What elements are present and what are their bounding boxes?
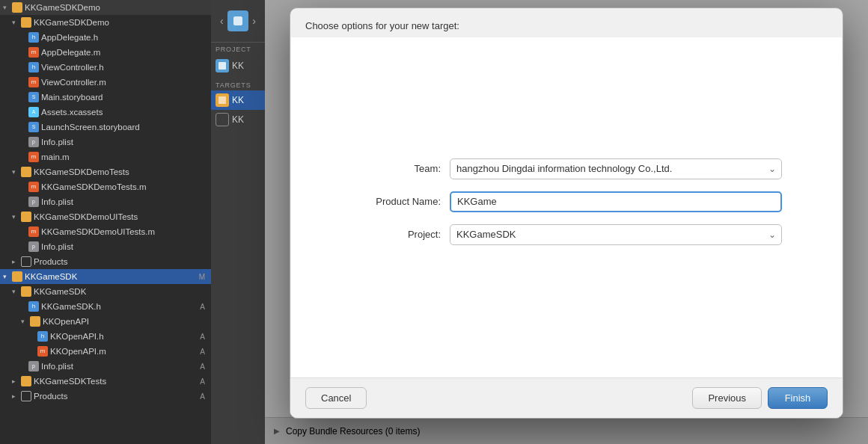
sidebar-item-info-plist4[interactable]: p Info.plist A (0, 359, 211, 374)
badge-m: M (199, 273, 208, 281)
badge-a: A (200, 333, 208, 341)
m-file-icon: m (28, 77, 39, 87)
plist-icon: p (28, 137, 39, 147)
m-file-icon: m (28, 47, 39, 58)
sidebar-label: Info.plist (41, 138, 73, 147)
svg-rect-0 (233, 16, 242, 25)
sidebar-item-appdelegate-h[interactable]: h AppDelegate.h (0, 30, 211, 45)
folder-icon (21, 167, 31, 177)
sidebar-label: KKGameSDKDemoUITests.m (41, 227, 155, 236)
folder-icon (21, 17, 31, 28)
sidebar-label: KKGameSDKDemoTests (34, 167, 129, 176)
sidebar-item-info-plist3[interactable]: p Info.plist (0, 239, 211, 254)
middle-project-item[interactable]: KK (211, 56, 265, 75)
sidebar-label: LaunchScreen.storyboard (41, 123, 140, 132)
plist-icon: p (28, 241, 39, 252)
badge-a: A (200, 392, 208, 401)
dialog-footer: Cancel Previous Finish (290, 377, 843, 418)
dialog-title: Choose options for your new target: (305, 20, 459, 31)
sidebar-item-kkgamesdk-root[interactable]: KKGameSDK M (0, 269, 211, 284)
sidebar-item-launchscreen[interactable]: S LaunchScreen.storyboard (0, 120, 211, 135)
triangle-icon (12, 213, 19, 221)
badge-a: A (200, 348, 208, 356)
sidebar-item-kkgamesdkdemouitests-m[interactable]: m KKGameSDKDemoUITests.m (0, 224, 211, 239)
sidebar-item-kkopenapi-m[interactable]: m KKOpenAPI.m A (0, 344, 211, 359)
finish-button[interactable]: Finish (768, 387, 828, 409)
m-file-icon: m (28, 182, 39, 192)
sidebar-item-main-storyboard[interactable]: S Main.storyboard (0, 90, 211, 105)
sidebar-item-kkgamesdkdemo-root[interactable]: KKGameSDKDemo (0, 0, 211, 15)
h-file-icon: h (28, 62, 39, 73)
cancel-button[interactable]: Cancel (305, 387, 367, 409)
sidebar-item-info-plist2[interactable]: p Info.plist (0, 194, 211, 209)
sidebar-item-viewcontroller-h[interactable]: h ViewController.h (0, 60, 211, 75)
sidebar-label: KKOpenAPI.h (50, 332, 200, 341)
triangle-icon (12, 288, 19, 295)
sidebar-item-assets[interactable]: A Assets.xcassets (0, 105, 211, 120)
sidebar-item-kkgamesdkdemotests[interactable]: KKGameSDKDemoTests (0, 164, 211, 179)
sidebar-item-kkgamesdk-h[interactable]: h KKGameSDK.h A (0, 299, 211, 314)
triangle-icon (12, 168, 19, 176)
sidebar-item-appdelegate-m[interactable]: m AppDelegate.m (0, 45, 211, 60)
team-label: Team: (351, 163, 441, 174)
project-select[interactable]: KKGameSDK (450, 224, 782, 245)
previous-button[interactable]: Previous (692, 387, 762, 409)
m-file-icon: m (28, 226, 39, 237)
badge-a: A (200, 363, 208, 371)
project-label: Project: (351, 229, 441, 240)
middle-nav-controls: ‹ › (211, 0, 265, 43)
team-select[interactable]: hangzhou Dingdai information technology … (450, 158, 782, 179)
sidebar-item-kkopenapi-h[interactable]: h KKOpenAPI.h A (0, 329, 211, 344)
h-file-icon: h (28, 301, 39, 312)
sidebar-label: KKGameSDKDemo (25, 3, 100, 12)
sidebar-item-products-group[interactable]: Products (0, 254, 211, 269)
folder-icon (21, 376, 31, 386)
middle-project-label: KK (232, 61, 244, 71)
svg-rect-1 (218, 62, 226, 70)
dialog-footer-right: Previous Finish (692, 387, 828, 409)
middle-target-item2[interactable]: KK (211, 110, 265, 129)
triangle-icon (12, 258, 19, 265)
sidebar-item-main-m[interactable]: m main.m (0, 149, 211, 164)
triangle-icon (21, 318, 28, 325)
dialog-overlay: Choose options for your new target: Team… (265, 0, 868, 444)
m-file-icon: m (37, 346, 48, 357)
triangle-icon (3, 4, 10, 11)
sidebar-item-kkgamesdkdemo-folder[interactable]: KKGameSDKDemo (0, 15, 211, 30)
sidebar-label: Assets.xcassets (41, 108, 103, 117)
editor-area: ▶ Copy Bundle Resources (0 items) Choose… (265, 0, 868, 444)
sidebar-item-kkopenapi-folder[interactable]: KKOpenAPI (0, 314, 211, 329)
sidebar-label: Info.plist (41, 197, 73, 206)
sidebar-item-kkgamesdkdemotests-m[interactable]: m KKGameSDKDemoTests.m (0, 179, 211, 194)
project-form-row: Project: KKGameSDK (351, 224, 782, 245)
folder-icon (21, 286, 31, 297)
sidebar-item-products2-group[interactable]: Products A (0, 389, 211, 404)
badge-a: A (200, 303, 208, 311)
sidebar-label: Info.plist (41, 362, 200, 371)
forward-button[interactable]: › (249, 13, 259, 28)
new-target-dialog: Choose options for your new target: Team… (290, 7, 843, 419)
group-icon (21, 391, 31, 401)
badge-a: A (200, 377, 208, 386)
sidebar-label: Info.plist (41, 242, 73, 251)
sidebar-item-info-plist[interactable]: p Info.plist (0, 135, 211, 149)
folder-icon (30, 316, 40, 327)
project-item-icon (216, 59, 229, 73)
sidebar-item-kkgamesdktests[interactable]: KKGameSDKTests A (0, 374, 211, 389)
file-navigator: KKGameSDKDemo KKGameSDKDemo h AppDelegat… (0, 0, 211, 444)
project-file-icon (227, 10, 248, 31)
team-form-row: Team: hangzhou Dingdai information techn… (351, 158, 782, 179)
product-name-input[interactable] (450, 191, 782, 212)
triangle-icon (12, 392, 19, 400)
back-button[interactable]: ‹ (217, 13, 227, 28)
sidebar-item-kkgamesdk-folder[interactable]: KKGameSDK (0, 284, 211, 299)
middle-target-item1[interactable]: KK (211, 90, 265, 110)
plist-icon: p (28, 361, 39, 371)
project-section-label: PROJECT (211, 43, 265, 56)
m-file-icon: m (28, 152, 39, 162)
sidebar-item-kkgamesdkdemouitests[interactable]: KKGameSDKDemoUITests (0, 209, 211, 224)
dialog-body: Team: hangzhou Dingdai information techn… (291, 37, 842, 377)
sidebar-item-viewcontroller-m[interactable]: m ViewController.m (0, 75, 211, 90)
xcassets-icon: A (28, 107, 39, 117)
sidebar-label: Products (34, 257, 67, 266)
